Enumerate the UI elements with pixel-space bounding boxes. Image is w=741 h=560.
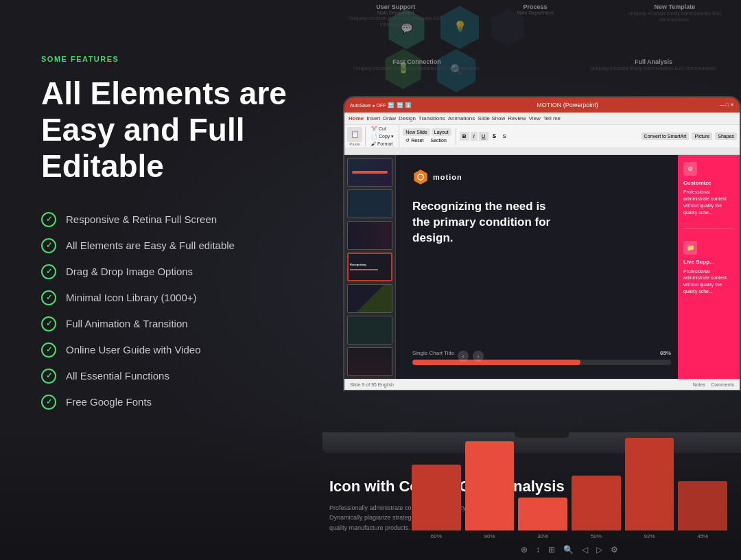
bottom-icon-2[interactable]: ↕: [536, 545, 540, 555]
slide-thumb-12[interactable]: 12: [347, 347, 392, 376]
thumb-11-content: [348, 316, 392, 344]
feature-text-5: Full Animation & Transition: [66, 318, 188, 329]
copy-btn[interactable]: 📄 Copy ▾: [369, 133, 396, 140]
slide-thumb-7[interactable]: 7: [347, 189, 392, 218]
format-btn[interactable]: 🖌 Format: [369, 141, 396, 147]
comments-btn[interactable]: Comments: [711, 382, 734, 387]
tab-review[interactable]: Review: [508, 115, 526, 121]
format-tools: B I U S̶ S: [460, 132, 639, 141]
top-label-desc-1: Uniquely incubate timely intermediaries …: [336, 15, 455, 27]
bottom-icon-3[interactable]: ⊞: [548, 545, 555, 555]
feature-text-1: Responsive & Retina Full Screen: [66, 213, 217, 225]
shapes-btn[interactable]: Shapes: [715, 132, 737, 140]
ppt-main-body: 6 7 8 9: [344, 155, 740, 379]
top-label-subtitle-1: Main Department: [336, 10, 455, 15]
live-support-icon: 📁: [683, 241, 697, 255]
bar-5: [625, 438, 674, 530]
tab-design[interactable]: Design: [399, 115, 416, 121]
top-labels-row: User Support Main Department Uniquely in…: [329, 3, 741, 27]
bar-label-1: 60%: [431, 533, 442, 539]
cut-btn[interactable]: ✂️ Cut: [369, 126, 396, 132]
slide-status-text: Slide 9 of 95 English: [350, 382, 394, 387]
bottom-icon-7[interactable]: ⚙: [611, 545, 618, 555]
new-slide-btn[interactable]: New Slide: [403, 128, 430, 136]
bar-label-3: 30%: [537, 533, 548, 539]
bar-group-5: 92%: [625, 438, 674, 539]
slide-status-bar: Slide 9 of 95 English Notes Comments: [344, 379, 740, 390]
feature-item-8: Free Google Fonts: [41, 395, 343, 410]
tab-tell-me[interactable]: Tell me: [543, 115, 561, 121]
thumb-12-content: [348, 348, 392, 375]
chart-title-text: Single Chart Title: [412, 350, 454, 356]
right-tools: Convert to SmartArt Picture Shapes: [642, 132, 737, 140]
shadow-btn[interactable]: S: [500, 132, 509, 141]
tab-home[interactable]: Home: [349, 115, 364, 121]
slide-thumb-10[interactable]: 10: [347, 284, 392, 313]
bar-group-4: 50%: [572, 476, 621, 539]
check-icon-2: [41, 238, 56, 253]
tab-insert[interactable]: Insert: [366, 115, 380, 121]
thumb-10-content: [348, 285, 392, 312]
slide-nav-arrows[interactable]: ‹ ›: [458, 351, 484, 362]
customize-icon: ⚙: [683, 162, 697, 176]
feature-item-7: All Essential Functions: [41, 369, 343, 384]
slide-thumb-11[interactable]: 11: [347, 316, 392, 345]
slide-canvas: motion Recognizing the need is the prima…: [396, 155, 678, 379]
slide-thumb-8[interactable]: 8: [347, 221, 392, 250]
top-diagram-area: 💬 💡 🔋 🔍 User Support Main Department Uni…: [329, 0, 741, 110]
layout-btn[interactable]: Layout: [432, 128, 451, 136]
slides-panel[interactable]: 6 7 8 9: [344, 155, 396, 379]
check-icon-4: [41, 290, 56, 305]
bar-3: [518, 498, 567, 530]
tab-animations[interactable]: Animations: [448, 115, 475, 121]
feature-item-6: Online User Guide with Video: [41, 342, 343, 358]
section-label: SOME FEATURES: [41, 55, 343, 63]
notes-btn[interactable]: Notes: [693, 382, 705, 387]
slide-chart-section: Single Chart Title 65%: [412, 350, 671, 365]
bold-btn[interactable]: B: [460, 132, 469, 141]
check-icon-3: [41, 264, 56, 279]
top-label-title-1: User Support: [336, 3, 455, 10]
strikethrough-btn[interactable]: S̶: [490, 132, 499, 141]
slide-group: New Slide Layout ↺ Reset Section: [403, 128, 456, 145]
convert-to-smartart[interactable]: Convert to SmartArt: [642, 132, 690, 140]
bottom-section: Icon with Column Chart Analysis Professi…: [0, 423, 741, 560]
window-actions: — □ ✕: [720, 102, 734, 108]
bar-group-6: 45%: [678, 481, 727, 539]
tab-draw[interactable]: Draw: [383, 115, 396, 121]
prev-arrow[interactable]: ‹: [458, 351, 469, 362]
bottom-icon-4[interactable]: 🔍: [563, 545, 574, 555]
paste-button[interactable]: 📋: [347, 127, 362, 142]
thumb-9-content: Recognizing: [349, 254, 391, 280]
ppt-toolbar: 📋 Paste ✂️ Cut 📄 Copy ▾ 🖌 Format New Sli…: [344, 125, 740, 148]
next-arrow[interactable]: ›: [473, 351, 484, 362]
bar-label-5: 92%: [644, 533, 655, 539]
feature-text-7: All Essential Functions: [66, 370, 169, 382]
ppt-menu-tabs[interactable]: Home Insert Draw Design Transitions Anim…: [344, 113, 740, 125]
bottom-icon-5[interactable]: ◁: [582, 545, 588, 555]
ruler-marks: [347, 150, 737, 154]
tab-transitions[interactable]: Transitions: [419, 115, 445, 121]
bar-1: [412, 465, 461, 530]
top-label-title-2: Process: [475, 3, 594, 10]
slide-thumb-6[interactable]: 6: [347, 158, 392, 187]
top-label-process: Process Main Department: [475, 3, 594, 27]
slide-logo-area: motion: [412, 169, 661, 185]
picture-btn[interactable]: Picture: [692, 132, 712, 140]
underline-btn[interactable]: U: [479, 132, 489, 141]
laptop-screen: AutoSave ● OFF 🔙 🔛 ⬇️ MOTION (Powerpoint…: [343, 96, 741, 391]
top-label-title-5: Full Analysis: [573, 58, 734, 65]
reset-btn[interactable]: ↺ Reset: [403, 137, 426, 145]
slide-thumb-9[interactable]: 9 Recognizing: [347, 253, 392, 281]
bottom-icon-6[interactable]: ▷: [596, 545, 602, 555]
tab-slideshow[interactable]: Slide Show: [478, 115, 505, 121]
section-btn[interactable]: Section: [427, 137, 449, 145]
feature-text-3: Drag & Drop Image Options: [66, 266, 193, 277]
paste-group: 📋 Paste: [347, 127, 366, 146]
tab-view[interactable]: View: [529, 115, 541, 121]
autosave-text: AutoSave ● OFF: [350, 103, 386, 108]
feature-item-2: All Elements are Easy & Full editable: [41, 238, 343, 253]
bottom-icon-1[interactable]: ⊕: [521, 545, 528, 555]
bar-group-3: 30%: [518, 498, 567, 539]
italic-btn[interactable]: I: [471, 132, 478, 141]
